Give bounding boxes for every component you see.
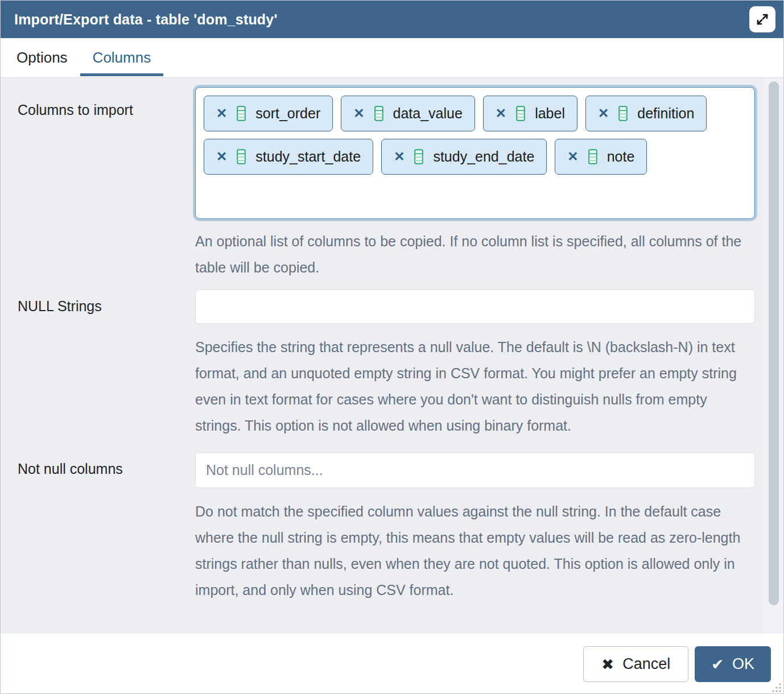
scrollbar-thumb[interactable] xyxy=(769,81,779,605)
column-chip-label: note xyxy=(607,148,635,165)
column-chip-label: data_value xyxy=(393,105,463,122)
remove-column-icon[interactable]: ✕ xyxy=(353,107,364,120)
column-icon xyxy=(237,106,246,121)
null-strings-input[interactable] xyxy=(195,290,755,324)
column-chip[interactable]: ✕ data_value xyxy=(341,96,475,131)
remove-column-icon[interactable]: ✕ xyxy=(598,107,609,120)
column-chip-label: label xyxy=(535,105,565,122)
cancel-button[interactable]: ✖ Cancel xyxy=(583,646,688,682)
remove-column-icon[interactable]: ✕ xyxy=(394,150,405,163)
not-null-columns-help: Do not match the specified column values… xyxy=(195,498,755,603)
dialog-header: Import/Export data - table 'dom_study' xyxy=(1,1,783,38)
column-chip-label: study_end_date xyxy=(433,148,534,165)
maximize-button[interactable] xyxy=(749,6,775,32)
columns-tab-panel: Columns to import ✕ sort_order ✕ data_va… xyxy=(1,78,783,634)
resize-grip-icon[interactable] xyxy=(769,680,782,693)
column-chip-label: sort_order xyxy=(255,105,320,122)
tab-options[interactable]: Options xyxy=(4,38,80,77)
column-chip[interactable]: ✕ study_end_date xyxy=(381,139,547,175)
remove-column-icon[interactable]: ✕ xyxy=(216,150,227,163)
column-chip-label: definition xyxy=(637,105,694,122)
column-chip[interactable]: ✕ label xyxy=(483,96,577,131)
column-icon xyxy=(237,149,246,164)
column-icon xyxy=(516,106,525,121)
remove-column-icon[interactable]: ✕ xyxy=(567,150,578,163)
remove-column-icon[interactable]: ✕ xyxy=(496,107,506,120)
dialog-footer: ✖ Cancel ✔ OK xyxy=(1,634,783,694)
not-null-columns-label: Not null columns xyxy=(18,452,195,477)
ok-button[interactable]: ✔ OK xyxy=(695,646,771,682)
import-export-dialog: { "dialog": { "title": "Import/Export da… xyxy=(0,0,784,694)
column-chip[interactable]: ✕ study_start_date xyxy=(204,139,373,175)
tab-bar: Options Columns xyxy=(1,38,783,78)
column-icon xyxy=(374,106,383,121)
dialog-title: Import/Export data - table 'dom_study' xyxy=(14,11,278,28)
check-icon: ✔ xyxy=(711,657,724,672)
null-strings-label: NULL Strings xyxy=(18,290,195,315)
column-icon xyxy=(618,106,628,121)
cancel-x-icon: ✖ xyxy=(601,657,614,672)
column-chip[interactable]: ✕ sort_order xyxy=(204,96,333,131)
not-null-columns-row: Not null columns Do not match the specif… xyxy=(18,452,754,603)
column-chip[interactable]: ✕ note xyxy=(555,139,647,175)
columns-multiselect[interactable]: ✕ sort_order ✕ data_value ✕ label ✕ xyxy=(195,87,755,219)
tab-columns[interactable]: Columns xyxy=(80,38,164,77)
columns-to-import-help: An optional list of columns to be copied… xyxy=(195,228,755,280)
column-chip[interactable]: ✕ definition xyxy=(585,96,707,131)
columns-to-import-row: Columns to import ✕ sort_order ✕ data_va… xyxy=(18,87,754,280)
null-strings-help: Specifies the string that represents a n… xyxy=(195,334,755,439)
cancel-button-label: Cancel xyxy=(622,655,670,673)
ok-button-label: OK xyxy=(732,655,754,673)
remove-column-icon[interactable]: ✕ xyxy=(216,107,227,120)
columns-to-import-label: Columns to import xyxy=(18,87,195,118)
column-icon xyxy=(414,149,423,164)
expand-icon xyxy=(756,13,769,26)
column-icon xyxy=(588,149,597,164)
null-strings-row: NULL Strings Specifies the string that r… xyxy=(18,290,754,439)
column-chip-label: study_start_date xyxy=(255,148,361,165)
not-null-columns-input[interactable] xyxy=(195,452,755,488)
